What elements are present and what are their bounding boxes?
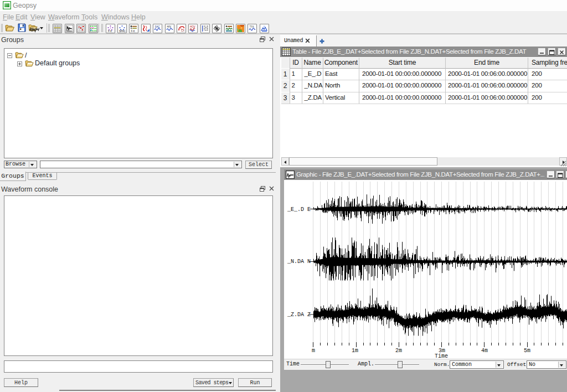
svg-text:F-K: F-K bbox=[108, 30, 112, 33]
svg-text:F-K: F-K bbox=[131, 30, 135, 33]
svg-text:HOV: HOV bbox=[190, 25, 195, 28]
svg-text:SPAC: SPAC bbox=[119, 30, 126, 33]
svg-text:CX: CX bbox=[181, 29, 184, 32]
svg-text:H/V: H/V bbox=[167, 25, 171, 28]
svg-text:SAC: SAC bbox=[155, 25, 161, 28]
